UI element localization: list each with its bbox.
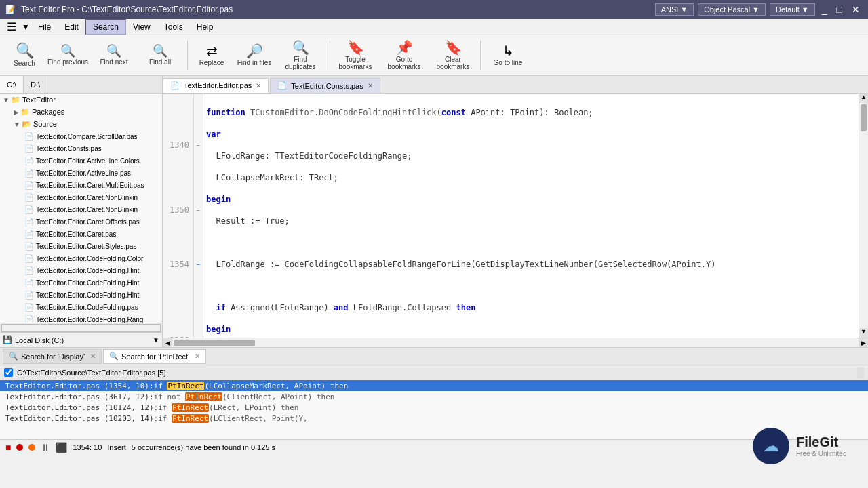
tab-label-2: TextEditor.Consts.pas xyxy=(291,82,363,90)
go-to-line-button[interactable]: ↳ Go to line xyxy=(486,38,530,73)
find-previous-button[interactable]: 🔍 Find previous xyxy=(46,38,90,73)
replace-icon: ⇄ xyxy=(206,44,218,58)
tab-file-icon: 📄 xyxy=(170,81,180,90)
find-duplicates-button[interactable]: 🔍 Find duplicates xyxy=(279,38,322,73)
tree-item-codefolding-hint3[interactable]: 📄 TextEditor.Editor.CodeFolding.Hint. xyxy=(0,289,162,301)
theme-dropdown[interactable]: Default ▼ xyxy=(770,3,815,16)
app-icon: 📝 xyxy=(5,5,16,14)
toggle-bookmarks-button[interactable]: 🔖 Toggle bookmarks xyxy=(334,38,377,73)
menu-item-search[interactable]: Search xyxy=(85,19,126,35)
editor-tab-editor-pas[interactable]: 📄 TextEditor.Editor.pas ✕ xyxy=(163,78,269,93)
menu-item-view[interactable]: View xyxy=(126,19,157,35)
tree-item-codefolding-rang[interactable]: 📄 TextEditor.Editor.CodeFolding.Rang xyxy=(0,313,162,323)
find-duplicates-icon: 🔍 xyxy=(292,41,309,54)
code-editor[interactable]: 1340 1350 1354 xyxy=(163,94,859,338)
file-icon: 📄 xyxy=(24,218,34,226)
hamburger-menu[interactable]: ☰ xyxy=(3,19,20,35)
tree-item-codefolding-color[interactable]: 📄 TextEditor.Editor.CodeFolding.Color xyxy=(0,252,162,264)
results-checkbox[interactable] xyxy=(4,368,13,377)
menu-item-tools[interactable]: Tools xyxy=(157,19,190,35)
search-icon-2: 🔍 xyxy=(109,352,119,361)
tree-item-activeline-colors[interactable]: 📄 TextEditor.Editor.ActiveLine.Colors. xyxy=(0,155,162,167)
go-to-bookmarks-icon: 📌 xyxy=(396,41,413,54)
tree-item-codefolding-hint1[interactable]: 📄 TextEditor.Editor.CodeFolding.Hint. xyxy=(0,264,162,277)
close-button[interactable]: ✕ xyxy=(849,4,863,15)
menu-item-file[interactable]: File xyxy=(31,19,58,35)
filetree-hscroll[interactable] xyxy=(1,324,161,332)
language-dropdown[interactable]: Object Pascal ▼ xyxy=(698,3,766,16)
code-content[interactable]: function TCustomEditor.DoOnCodeFoldingHi… xyxy=(203,94,859,338)
status-dot-red xyxy=(16,444,23,451)
file-icon: 📄 xyxy=(24,181,34,190)
hamburger-dropdown[interactable]: ▼ xyxy=(20,21,31,33)
vscroll-down[interactable]: ▼ xyxy=(859,328,868,338)
drive-dropdown[interactable]: ▼ xyxy=(153,336,159,344)
results-vscroll[interactable] xyxy=(857,367,864,378)
clear-bookmarks-button[interactable]: 🔖 Clear bookmarks xyxy=(431,38,475,73)
status-message: 5 occurrence(s) have been found in 0.125… xyxy=(132,443,275,451)
search-tab-display[interactable]: 🔍 Search for 'Display' ✕ xyxy=(3,349,102,364)
result-row-10124[interactable]: TextEditor.Editor.pas (10124, 12): if Pt… xyxy=(0,402,868,413)
result-row-10203[interactable]: TextEditor.Editor.pas (10203, 14): if Pt… xyxy=(0,413,868,424)
hscroll-left[interactable]: ◀ xyxy=(163,338,172,348)
tree-item-caret-nonblinking2[interactable]: 📄 TextEditor.Editor.Caret.NonBlinkin xyxy=(0,203,162,216)
go-to-bookmarks-button[interactable]: 📌 Go to bookmarks xyxy=(380,38,429,73)
search-button[interactable]: 🔍 Search xyxy=(5,38,43,73)
find-in-files-button[interactable]: 🔎 Find in files xyxy=(233,38,276,73)
replace-button[interactable]: ⇄ Replace xyxy=(193,38,230,73)
maximize-button[interactable]: □ xyxy=(834,4,845,15)
result-code-4: if PtInRect(LClientRect, Point(Y, xyxy=(158,414,308,423)
tree-item-activeline[interactable]: 📄 TextEditor.Editor.ActiveLine.pas xyxy=(0,167,162,179)
status-stop[interactable]: ■ xyxy=(5,442,11,453)
menubar: ☰ ▼ File Edit Search View Tools Help xyxy=(0,19,868,35)
tree-item-packages[interactable]: ▶ 📁 Packages xyxy=(0,106,162,118)
hscroll-thumb[interactable] xyxy=(174,340,255,346)
tab-file-icon-2: 📄 xyxy=(277,81,287,90)
search-icon: 🔍 xyxy=(16,43,34,58)
menu-item-help[interactable]: Help xyxy=(190,19,220,35)
editor-vscrollbar[interactable]: ▲ ▼ xyxy=(859,94,868,338)
status-position: 1354: 10 xyxy=(73,443,102,451)
file-icon: 📄 xyxy=(24,230,34,239)
result-row-3617[interactable]: TextEditor.Editor.pas (3617, 12): if not… xyxy=(0,391,868,402)
vscroll-up[interactable]: ▲ xyxy=(859,94,868,103)
menu-item-edit[interactable]: Edit xyxy=(58,19,85,35)
file-icon: 📄 xyxy=(24,291,34,300)
minimize-button[interactable]: _ xyxy=(819,4,830,15)
tree-item-caret[interactable]: 📄 TextEditor.Editor.Caret.pas xyxy=(0,228,162,240)
filetree-tab-d[interactable]: D:\ xyxy=(24,76,47,93)
tree-item-caret-nonblinking1[interactable]: 📄 TextEditor.Editor.Caret.NonBlinkin xyxy=(0,191,162,203)
vscroll-thumb[interactable] xyxy=(861,104,867,131)
tree-item-source[interactable]: ▼ 📂 Source xyxy=(0,118,162,130)
tab-close-editor[interactable]: ✕ xyxy=(256,82,261,89)
find-all-icon: 🔍 xyxy=(153,45,167,57)
close-search-tab-2[interactable]: ✕ xyxy=(195,352,200,360)
tree-item-texteditor[interactable]: ▼ 📁 TextEditor xyxy=(0,94,162,106)
tree-item-caret-offsets[interactable]: 📄 TextEditor.Editor.Caret.Offsets.pas xyxy=(0,216,162,228)
editor-area: 📄 TextEditor.Editor.pas ✕ 📄 TextEditor.C… xyxy=(163,76,868,347)
editor-tab-consts-pas[interactable]: 📄 TextEditor.Consts.pas ✕ xyxy=(270,78,380,93)
tree-item-codefolding-pas[interactable]: 📄 TextEditor.Editor.CodeFolding.pas xyxy=(0,301,162,313)
search-results: C:\TextEditor\Source\TextEditor.Editor.p… xyxy=(0,365,868,439)
filetree-tab-c[interactable]: C:\ xyxy=(0,76,24,93)
tree-item-codefolding-hint2[interactable]: 📄 TextEditor.Editor.CodeFolding.Hint. xyxy=(0,277,162,289)
tree-item-compare-scrollbar[interactable]: 📄 TextEditor.Compare.ScrollBar.pas xyxy=(0,130,162,142)
encoding-dropdown[interactable]: ANSI ▼ xyxy=(655,3,694,16)
tab-close-consts[interactable]: ✕ xyxy=(368,82,373,89)
find-next-button[interactable]: 🔍 Find next xyxy=(92,38,136,73)
find-all-button[interactable]: 🔍 Find all xyxy=(138,38,182,73)
file-icon: 📄 xyxy=(24,279,34,287)
tab-label: TextEditor.Editor.pas xyxy=(184,81,252,89)
search-tab-ptinrect[interactable]: 🔍 Search for 'PtInRect' ✕ xyxy=(103,349,206,364)
tree-item-consts[interactable]: 📄 TextEditor.Consts.pas xyxy=(0,142,162,155)
editor-hscrollbar[interactable]: ◀ ▶ xyxy=(163,338,868,347)
tree-item-caret-multiedit[interactable]: 📄 TextEditor.Editor.Caret.MultiEdit.pas xyxy=(0,179,162,191)
result-row-1354[interactable]: TextEditor.Editor.pas (1354, 10): if PtI… xyxy=(0,380,868,391)
status-pause[interactable]: ⏸ xyxy=(41,442,50,453)
close-search-tab-1[interactable]: ✕ xyxy=(90,352,96,360)
filetree: C:\ D:\ ▼ 📁 TextEditor ▶ 📁 Packages ▼ 📂 … xyxy=(0,76,163,347)
hscroll-right[interactable]: ▶ xyxy=(859,338,868,348)
file-icon: 📄 xyxy=(24,169,34,178)
filetree-scroll[interactable]: ▼ 📁 TextEditor ▶ 📁 Packages ▼ 📂 Source 📄… xyxy=(0,94,162,323)
tree-item-caret-styles[interactable]: 📄 TextEditor.Editor.Caret.Styles.pas xyxy=(0,240,162,252)
